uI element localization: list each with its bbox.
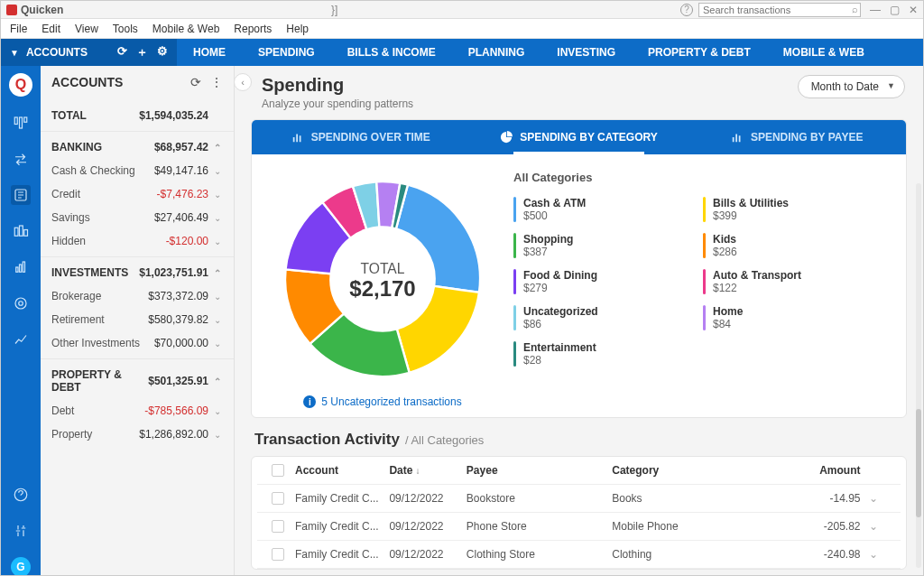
search-input[interactable] — [698, 3, 861, 17]
tab-investing[interactable]: INVESTING — [541, 39, 632, 66]
rail-goals-icon[interactable] — [11, 293, 31, 313]
window-close-button[interactable]: ✕ — [909, 4, 918, 16]
legend-item[interactable]: Bills & Utilities$399 — [703, 197, 838, 222]
rail-dashboard-icon[interactable] — [11, 113, 31, 133]
sidebar-account-row[interactable]: Cash & Checking$49,147.16⌄ — [41, 159, 234, 182]
legend-item[interactable]: Food & Dining$279 — [513, 269, 649, 294]
menu-reports[interactable]: Reports — [234, 23, 272, 35]
select-all-checkbox[interactable] — [272, 464, 284, 477]
col-account[interactable]: Account — [295, 464, 389, 477]
legend-item[interactable]: Shopping$387 — [513, 233, 649, 258]
svg-point-11 — [19, 302, 23, 306]
expand-row-icon[interactable]: ⌄ — [861, 492, 886, 505]
menu-tools[interactable]: Tools — [113, 23, 138, 35]
rail-spending-icon[interactable] — [11, 185, 31, 205]
row-checkbox[interactable] — [272, 548, 284, 561]
sidebar-account-row[interactable]: Debt-$785,566.09⌄ — [41, 399, 234, 423]
svg-rect-5 — [20, 226, 23, 236]
info-icon: i — [303, 395, 316, 408]
help-icon[interactable]: ? — [680, 4, 693, 16]
svg-rect-16 — [733, 137, 735, 142]
expand-row-icon[interactable]: ⌄ — [861, 548, 886, 561]
tab-bills-income[interactable]: BILLS & INCOME — [331, 39, 452, 66]
window-maximize-button[interactable]: ▢ — [890, 4, 900, 16]
sidebar-more-icon[interactable]: ⋮ — [210, 75, 223, 89]
sidebar-account-row[interactable]: Credit-$7,476.23⌄ — [41, 182, 234, 206]
search-transactions-input[interactable]: ⌕ — [698, 3, 861, 17]
rail-reports-icon[interactable] — [11, 330, 31, 349]
sidebar-title: ACCOUNTS — [51, 75, 123, 89]
menu-help[interactable]: Help — [286, 23, 309, 35]
rail-help-icon[interactable] — [11, 485, 31, 505]
legend-item[interactable]: Entertainment$28 — [513, 341, 649, 367]
subtab-spending-by-category[interactable]: SPENDING BY CATEGORY — [470, 120, 688, 154]
legend-item[interactable]: Uncategorized$86 — [513, 305, 649, 330]
tab-spending[interactable]: SPENDING — [242, 39, 331, 66]
sidebar-account-row[interactable]: Other Investments$70,000.00⌄ — [41, 331, 234, 355]
legend-item[interactable]: Kids$286 — [703, 233, 838, 258]
sidebar-group[interactable]: PROPERTY & DEBT$501,325.91⌃ — [41, 358, 234, 399]
sidebar-account-row[interactable]: Savings$27,406.49⌄ — [41, 206, 234, 229]
col-date[interactable]: Date↓ — [389, 464, 466, 477]
left-rail: Q G — [1, 66, 41, 576]
app-title: Quicken — [21, 4, 63, 16]
tab-property-debt[interactable]: PROPERTY & DEBT — [632, 39, 767, 66]
chevron-down-icon: ⌄ — [212, 315, 223, 325]
sidebar-account-row[interactable]: Hidden-$120.00⌄ — [41, 229, 234, 253]
col-amount[interactable]: Amount — [758, 464, 861, 477]
sidebar-total-row[interactable]: TOTAL $1,594,035.24 — [41, 98, 234, 127]
legend-item[interactable]: Cash & ATM$500 — [513, 197, 649, 222]
rail-profile-badge[interactable]: G — [11, 557, 31, 576]
settings-gear-icon[interactable]: ⚙ — [157, 44, 168, 60]
sidebar-account-row[interactable]: Property$1,286,892.00⌄ — [41, 423, 234, 446]
uncategorized-link[interactable]: i 5 Uncategorized transactions — [270, 395, 495, 408]
tab-mobile-web[interactable]: MOBILE & WEB — [767, 39, 881, 66]
title-hint: }] — [331, 4, 340, 16]
tab-home[interactable]: HOME — [177, 39, 242, 66]
refresh-icon[interactable]: ⟳ — [117, 44, 127, 60]
table-row[interactable]: Family Credit C...09/12/2022Clothing Sto… — [257, 541, 901, 569]
table-row[interactable]: Family Credit C...09/12/2022Phone StoreM… — [257, 513, 901, 541]
expand-row-icon[interactable]: ⌄ — [861, 520, 886, 533]
menu-file[interactable]: File — [10, 23, 27, 35]
svg-rect-17 — [735, 135, 737, 143]
subtab-spending-over-time[interactable]: SPENDING OVER TIME — [252, 120, 470, 154]
sidebar-refresh-icon[interactable]: ⟳ — [190, 75, 201, 89]
main-menu[interactable]: FileEditViewToolsMobile & WebReportsHelp — [1, 19, 923, 39]
scrollbar-thumb[interactable] — [916, 409, 921, 517]
row-checkbox[interactable] — [272, 492, 284, 505]
subtab-spending-by-payee[interactable]: SPENDING BY PAYEE — [688, 120, 906, 154]
sidebar-account-row[interactable]: Retirement$580,379.82⌄ — [41, 308, 234, 331]
rail-transfer-icon[interactable] — [11, 149, 31, 169]
add-account-icon[interactable]: ＋ — [136, 44, 148, 60]
rail-tools-icon[interactable] — [11, 521, 31, 541]
legend-color-bar — [513, 341, 516, 367]
window-minimize-button[interactable]: — — [870, 4, 881, 16]
content-scrollbar[interactable] — [916, 183, 921, 568]
rail-investing-icon[interactable] — [11, 257, 31, 277]
rail-budget-icon[interactable] — [11, 221, 31, 241]
date-range-dropdown[interactable]: Month to Date — [798, 75, 905, 98]
svg-rect-18 — [739, 135, 741, 142]
sidebar-group[interactable]: INVESTMENTS$1,023,751.91⌃ — [41, 256, 234, 284]
svg-rect-9 — [23, 262, 24, 272]
row-checkbox[interactable] — [272, 520, 284, 533]
col-payee[interactable]: Payee — [467, 464, 612, 477]
col-category[interactable]: Category — [612, 464, 757, 477]
table-row[interactable]: Family Credit C...09/12/2022BookstoreBoo… — [257, 485, 901, 513]
sidebar-account-row[interactable]: Brokerage$373,372.09⌄ — [41, 284, 234, 308]
transactions-table-card: Account Date↓ Payee Category Amount Fami… — [251, 456, 907, 570]
search-icon: ⌕ — [852, 4, 858, 14]
sidebar-collapse-button[interactable]: ‹ — [235, 73, 252, 91]
chevron-up-icon: ⌃ — [212, 376, 223, 386]
legend-item[interactable]: Home$84 — [703, 305, 838, 330]
sidebar-group[interactable]: BANKING$68,957.42⌃ — [41, 131, 234, 159]
accounts-dropdown[interactable]: ▼ ACCOUNTS ⟳ ＋ ⚙ — [1, 39, 177, 66]
quicken-q-icon[interactable]: Q — [9, 73, 32, 97]
tab-planning[interactable]: PLANNING — [452, 39, 541, 66]
menu-edit[interactable]: Edit — [42, 23, 60, 35]
menu-mobile-web[interactable]: Mobile & Web — [152, 23, 219, 35]
menu-view[interactable]: View — [75, 23, 98, 35]
legend-item[interactable]: Auto & Transport$122 — [703, 269, 838, 294]
top-nav: ▼ ACCOUNTS ⟳ ＋ ⚙ HOMESPENDINGBILLS & INC… — [1, 39, 923, 66]
